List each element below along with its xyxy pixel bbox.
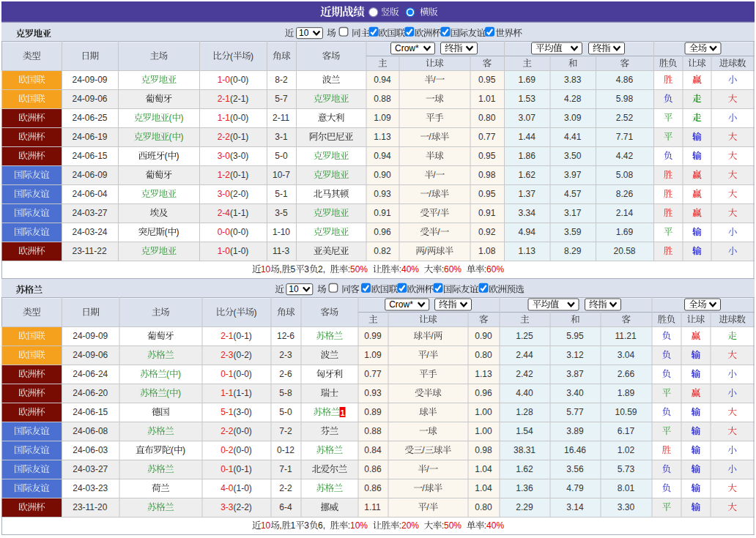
svg-text:0.94: 0.94 xyxy=(374,151,391,161)
svg-text:3.12: 3.12 xyxy=(566,350,584,360)
svg-text:(0-1): (0-1) xyxy=(234,331,252,341)
svg-text:24-06-25: 24-06-25 xyxy=(72,113,107,123)
svg-text:(2-2): (2-2) xyxy=(234,502,252,512)
svg-text:0.98: 0.98 xyxy=(475,445,492,455)
svg-text:,: , xyxy=(279,520,281,531)
svg-text:6-4: 6-4 xyxy=(279,502,292,512)
svg-text:11-3: 11-3 xyxy=(273,246,289,256)
svg-text:8-2: 8-2 xyxy=(275,75,288,85)
svg-text:(: ( xyxy=(234,307,237,318)
svg-text:24-06-15: 24-06-15 xyxy=(72,151,107,161)
svg-text:1.69: 1.69 xyxy=(519,75,536,85)
svg-text:2.52: 2.52 xyxy=(616,113,634,123)
svg-text:(2-1): (2-1) xyxy=(230,94,248,104)
svg-text:(0-0): (0-0) xyxy=(230,113,248,123)
svg-text:1.00: 1.00 xyxy=(475,426,492,436)
svg-text:1.08: 1.08 xyxy=(478,246,496,256)
svg-text:1.89: 1.89 xyxy=(618,388,635,398)
svg-text:2.44: 2.44 xyxy=(516,350,533,360)
svg-text:5.08: 5.08 xyxy=(616,170,634,180)
svg-text:60%: 60% xyxy=(444,264,462,274)
svg-text:24-03-23: 24-03-23 xyxy=(73,483,108,493)
svg-text:0.99: 0.99 xyxy=(364,331,382,341)
svg-text:4.79: 4.79 xyxy=(566,483,584,493)
svg-text:(1-0): (1-0) xyxy=(234,483,252,493)
svg-text:6,: 6, xyxy=(318,520,325,531)
svg-text:1.44: 1.44 xyxy=(519,132,536,142)
svg-text:3-0: 3-0 xyxy=(218,151,231,161)
svg-text:1-1: 1-1 xyxy=(218,113,231,123)
svg-text:5.95: 5.95 xyxy=(566,331,584,341)
svg-text:4.94: 4.94 xyxy=(519,227,536,237)
svg-text:(0-1): (0-1) xyxy=(230,132,248,142)
svg-text:23-11-20: 23-11-20 xyxy=(73,502,107,512)
svg-text:(1-1): (1-1) xyxy=(234,388,252,398)
svg-text:Crow*: Crow* xyxy=(395,43,419,53)
svg-text:0.93: 0.93 xyxy=(374,189,391,199)
svg-text:50%: 50% xyxy=(444,520,462,531)
svg-text:5-8: 5-8 xyxy=(279,388,292,398)
svg-text:1.25: 1.25 xyxy=(516,331,533,341)
svg-text:): ) xyxy=(254,307,257,318)
svg-text:4.42: 4.42 xyxy=(616,151,634,161)
svg-text:(1-1): (1-1) xyxy=(230,208,248,218)
svg-text:3: 3 xyxy=(304,264,309,274)
svg-text:24-06-24: 24-06-24 xyxy=(73,369,108,379)
svg-text:3: 3 xyxy=(304,520,309,531)
svg-text:3.07: 3.07 xyxy=(519,113,536,123)
svg-text:0-1: 0-1 xyxy=(220,464,234,474)
svg-text:5: 5 xyxy=(291,264,296,274)
svg-text:10: 10 xyxy=(261,520,271,531)
svg-text:3-1: 3-1 xyxy=(275,132,288,142)
svg-text:3.59: 3.59 xyxy=(564,227,582,237)
svg-text:(: ( xyxy=(166,388,169,398)
svg-text:24-09-06: 24-09-06 xyxy=(72,94,107,104)
svg-text:): ) xyxy=(181,132,184,142)
svg-text:0.96: 0.96 xyxy=(374,227,391,237)
svg-text:1.11: 1.11 xyxy=(364,502,381,512)
svg-text:0.91: 0.91 xyxy=(478,208,496,218)
svg-text:4.28: 4.28 xyxy=(564,94,582,104)
svg-text:(0-0): (0-0) xyxy=(234,369,252,379)
svg-text:2.29: 2.29 xyxy=(516,502,533,512)
svg-text:0.96: 0.96 xyxy=(475,388,492,398)
svg-text:5-0: 5-0 xyxy=(275,151,288,161)
svg-text:2-6: 2-6 xyxy=(279,369,292,379)
svg-text:24-09-06: 24-09-06 xyxy=(73,350,108,360)
svg-text:1: 1 xyxy=(341,408,345,417)
svg-text:24-06-09: 24-06-09 xyxy=(72,170,107,180)
svg-text:3.40: 3.40 xyxy=(566,388,584,398)
svg-text:0.82: 0.82 xyxy=(374,246,391,256)
svg-text:(2-0): (2-0) xyxy=(230,189,248,199)
svg-text:0-12: 0-12 xyxy=(277,445,294,455)
svg-text:4.40: 4.40 xyxy=(516,388,533,398)
svg-text:1.00: 1.00 xyxy=(475,407,492,417)
svg-text:5.73: 5.73 xyxy=(618,464,635,474)
svg-text:2-3: 2-3 xyxy=(220,350,234,360)
svg-text:1-1: 1-1 xyxy=(220,388,234,398)
svg-text:(: ( xyxy=(166,369,169,379)
svg-text:1.13: 1.13 xyxy=(519,246,536,256)
svg-text:1-0: 1-0 xyxy=(218,246,231,256)
svg-text:3.34: 3.34 xyxy=(519,208,536,218)
svg-text:40%: 40% xyxy=(486,520,504,531)
svg-text:3-0: 3-0 xyxy=(218,189,231,199)
svg-text:0.94: 0.94 xyxy=(374,75,391,85)
svg-text:3.09: 3.09 xyxy=(564,113,582,123)
svg-text:4.57: 4.57 xyxy=(564,189,582,199)
svg-text:2-2: 2-2 xyxy=(218,132,231,142)
svg-text:1-10: 1-10 xyxy=(273,227,290,237)
svg-text:2.42: 2.42 xyxy=(516,369,533,379)
svg-text:1.13: 1.13 xyxy=(475,369,492,379)
svg-text:1.28: 1.28 xyxy=(516,407,533,417)
svg-text:5.77: 5.77 xyxy=(566,407,584,417)
svg-text:2-1: 2-1 xyxy=(220,331,234,341)
svg-text:1.62: 1.62 xyxy=(519,170,536,180)
svg-text:0.86: 0.86 xyxy=(364,464,382,474)
svg-text:2-2: 2-2 xyxy=(220,426,234,436)
svg-text:3-5: 3-5 xyxy=(275,208,288,218)
svg-text:3.89: 3.89 xyxy=(566,426,584,436)
svg-text:3.56: 3.56 xyxy=(566,464,584,474)
svg-text:0.86: 0.86 xyxy=(364,483,382,493)
svg-text:2-3: 2-3 xyxy=(279,350,292,360)
